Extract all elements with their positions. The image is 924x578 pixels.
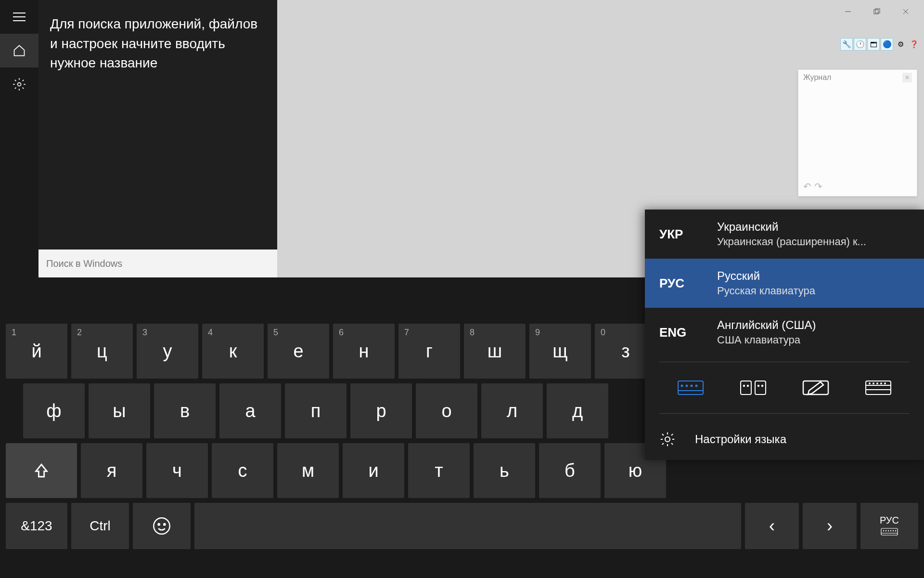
key-й[interactable]: 1й [6,324,67,379]
svg-rect-29 [803,381,828,394]
svg-point-27 [758,385,759,386]
key-к[interactable]: 4к [202,324,264,379]
lang-layout: США клавиатура [717,334,816,346]
history-title: Журнал [803,73,831,82]
lang-name: Украинский [717,220,866,234]
settings-icon[interactable] [0,67,38,101]
close-button[interactable] [891,2,920,21]
svg-point-8 [164,524,165,525]
language-key[interactable]: РУС [860,503,918,549]
right-arrow-key[interactable]: › [803,503,857,549]
svg-point-20 [686,385,688,387]
hamburger-icon[interactable] [0,0,38,34]
key-е[interactable]: 5е [268,324,329,379]
lang-layout: Украинская (расширенная) к... [717,236,866,248]
key-д[interactable]: д [547,383,608,438]
svg-point-25 [744,385,744,386]
undo-icon[interactable]: ↶ [803,181,811,192]
tool-icon[interactable]: 🔧 [840,38,853,51]
shift-key[interactable] [6,443,77,498]
titlebar: 🔧 🕐 🗔 🔵 ⚙ ❓ [830,0,924,53]
lang-item-ENG[interactable]: ENGАнглийский (США)США клавиатура [645,308,924,357]
svg-point-6 [154,518,169,534]
key-т[interactable]: т [408,443,470,498]
lang-item-УКР[interactable]: УКРУкраинскийУкраинская (расширенная) к.… [645,210,924,259]
svg-rect-1 [874,10,878,14]
help-icon[interactable]: ❓ [908,38,920,51]
key-б[interactable]: б [539,443,601,498]
home-icon[interactable] [0,34,38,67]
space-key[interactable] [194,503,741,549]
key-я[interactable]: я [81,443,142,498]
svg-point-19 [681,385,683,387]
key-г[interactable]: 7г [398,324,460,379]
search-hint: Для поиска приложений, файлов и настроек… [50,14,266,73]
window-icon[interactable]: 🗔 [867,38,880,51]
svg-point-28 [762,385,763,386]
key-ы[interactable]: ы [89,383,150,438]
svg-point-12 [886,530,886,531]
svg-rect-2 [875,9,880,13]
left-arrow-key[interactable]: ‹ [745,503,799,549]
clock-icon[interactable]: 🕐 [854,38,866,51]
svg-point-14 [890,530,891,531]
key-и[interactable]: и [343,443,404,498]
separator [659,413,910,414]
key-ф[interactable]: ф [23,383,85,438]
layout-full-icon[interactable] [861,377,895,399]
redo-icon[interactable]: ↷ [814,181,822,192]
svg-point-36 [881,383,882,384]
svg-rect-24 [755,381,766,394]
lang-name: Английский (США) [717,318,816,332]
gear-icon[interactable]: ⚙ [894,38,907,51]
svg-point-22 [696,385,697,387]
svg-rect-17 [678,381,703,394]
key-а[interactable]: а [219,383,281,438]
lang-name: Русский [717,269,815,283]
layout-split-icon[interactable] [736,377,770,399]
language-popup: УКРУкраинскийУкраинская (расширенная) к.… [645,210,924,460]
ctrl-key[interactable]: Ctrl [71,503,129,549]
minimize-button[interactable] [834,2,862,21]
lang-code: РУС [659,276,698,291]
svg-point-16 [895,530,896,531]
svg-point-34 [873,383,874,384]
search-panel: Для поиска приложений, файлов и настроек… [0,0,277,277]
search-rail [0,0,38,277]
color-icon[interactable]: 🔵 [881,38,893,51]
key-ь[interactable]: ь [474,443,535,498]
key-п[interactable]: п [285,383,346,438]
maximize-button[interactable] [862,2,891,21]
key-с[interactable]: с [212,443,273,498]
svg-point-35 [877,383,878,384]
svg-point-33 [869,383,870,384]
key-м[interactable]: м [277,443,339,498]
svg-point-21 [691,385,693,387]
language-settings-label: Настройки языка [695,433,786,446]
key-щ[interactable]: 9щ [529,324,591,379]
symbols-key[interactable]: &123 [6,503,67,549]
key-ч[interactable]: ч [146,443,208,498]
language-settings[interactable]: Настройки языка [645,419,924,460]
svg-point-7 [158,524,160,525]
svg-point-11 [883,530,884,531]
search-body: Для поиска приложений, файлов и настроек… [38,0,277,277]
lang-item-РУС[interactable]: РУСРусскийРусская клавиатура [645,259,924,308]
key-в[interactable]: в [154,383,216,438]
key-р[interactable]: р [350,383,412,438]
layout-handwriting-icon[interactable] [799,377,833,399]
svg-point-26 [747,385,748,386]
lang-code: УКР [659,227,698,242]
svg-rect-23 [741,381,751,394]
key-о[interactable]: о [416,383,477,438]
key-н[interactable]: 6н [333,324,395,379]
close-history-icon[interactable]: ✕ [902,73,912,82]
history-panel: Журнал ✕ ↶ ↷ [798,69,917,197]
layout-default-icon[interactable] [674,377,707,399]
emoji-key[interactable] [133,503,191,549]
key-у[interactable]: 3у [137,324,198,379]
key-ц[interactable]: 2ц [71,324,133,379]
search-input[interactable] [38,250,277,277]
key-ш[interactable]: 8ш [464,324,526,379]
key-л[interactable]: л [481,383,543,438]
